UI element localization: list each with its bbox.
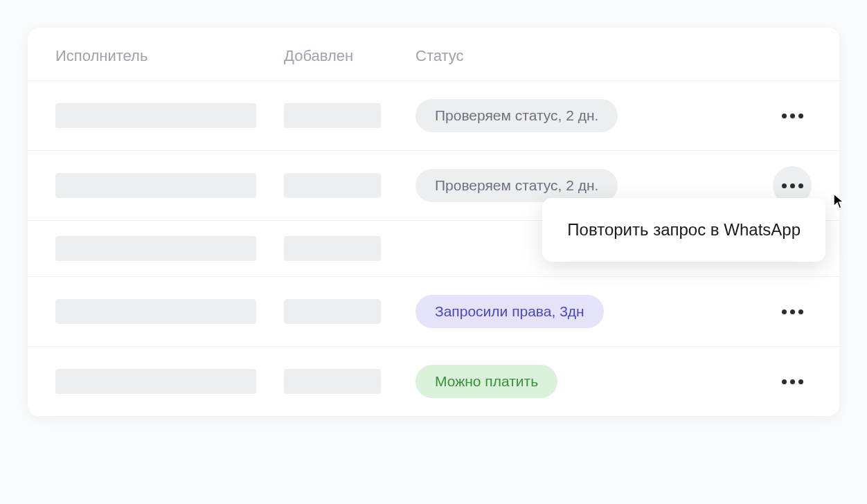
status-badge: Проверяем статус, 2 дн. (415, 169, 618, 202)
row-actions-button[interactable] (773, 292, 812, 331)
actions-popover: Повторить запрос в WhatsApp (542, 198, 825, 262)
cursor-icon (832, 192, 846, 213)
table-row: Запросили права, 3дн (28, 277, 839, 347)
executor-placeholder (55, 236, 256, 261)
dots-icon (782, 309, 803, 314)
executor-placeholder (55, 369, 256, 394)
dots-icon (782, 379, 803, 384)
table-row: Можно платить (28, 347, 839, 416)
added-placeholder (284, 103, 381, 128)
added-placeholder (284, 299, 381, 324)
status-badge: Проверяем статус, 2 дн. (415, 99, 618, 132)
header-actions (756, 47, 812, 65)
header-added: Добавлен (284, 47, 415, 65)
dots-icon (782, 183, 803, 188)
row-actions-button[interactable] (773, 96, 812, 135)
table-header: Исполнитель Добавлен Статус (28, 28, 839, 81)
table-row: Проверяем статус, 2 дн. Повторить запрос… (28, 151, 839, 221)
table-row: Проверяем статус, 2 дн. (28, 81, 839, 151)
executor-placeholder (55, 299, 256, 324)
status-badge: Запросили права, 3дн (415, 295, 604, 328)
header-executor: Исполнитель (55, 47, 284, 65)
executor-placeholder (55, 103, 256, 128)
added-placeholder (284, 369, 381, 394)
dots-icon (782, 114, 803, 118)
added-placeholder (284, 173, 381, 198)
row-actions-button[interactable] (773, 362, 812, 401)
added-placeholder (284, 236, 381, 261)
executors-table: Исполнитель Добавлен Статус Проверяем ст… (28, 28, 839, 416)
popover-item-repeat-whatsapp[interactable]: Повторить запрос в WhatsApp (567, 220, 801, 240)
executor-placeholder (55, 173, 256, 198)
header-status: Статус (415, 47, 756, 65)
status-badge: Можно платить (415, 365, 557, 398)
